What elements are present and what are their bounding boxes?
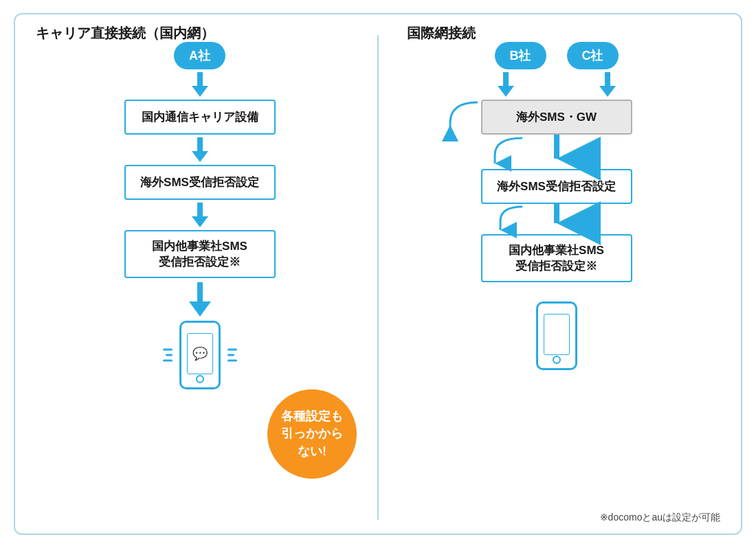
arrow-shaft-4 [197,282,203,301]
gw-box-container: 海外SMS・GW [481,100,632,135]
box-domestic-other-sms-left: 国内他事業社SMS 受信拒否設定※ [124,230,276,278]
panel-divider [377,35,379,520]
box-overseas-sms-reject-right: 海外SMS受信拒否設定 [481,169,632,204]
phone-left: 💬 [179,321,221,389]
orange-circle: 各種設定も 引っかから ない! [267,389,357,479]
arrow-head-3 [192,216,208,227]
arrow-head-1 [192,86,208,97]
right-panel: B社 C社 [386,35,727,520]
company-badges-row: B社 C社 [495,42,619,69]
curved-down-left-arrow2 [481,204,632,234]
b-arrow-head [498,86,514,97]
dual-arrows [481,72,632,97]
arrow-head-4 [189,301,211,317]
phone-button-left [196,375,204,383]
left-panel: A社 国内通信キャリア設備 海外SMS受信拒否設定 国内他事業社SMS 受信拒否… [29,35,370,520]
c-arrow-head [599,86,616,97]
phone-button-right [553,356,561,364]
curved-down-left-arrow [481,135,632,169]
c-arrow-shaft [605,72,610,86]
footnote: ※docomoとauは設定が可能 [600,512,720,524]
phone-right [536,301,577,370]
message-icon: 💬 [192,346,208,361]
signal-left [163,345,173,365]
company-c-badge: C社 [567,42,619,69]
box-domestic-carrier: 国内通信キャリア設備 [124,100,276,135]
company-b-badge: B社 [495,42,546,69]
connecting-arrow-svg [481,135,632,169]
curved-arrow-container [443,95,481,139]
signal-right [227,345,237,365]
phone-screen-right [544,314,570,355]
arrow-shaft-2 [197,137,203,151]
phone-left-container: 💬 [179,321,221,389]
b-arrow-shaft [503,72,509,86]
phone-screen-left: 💬 [187,333,213,374]
main-container: キャリア直接接続（国内網） 国際網接続 A社 国内通信キャリア設備 海外SMS受… [14,13,742,535]
box-gw: 海外SMS・GW [481,100,632,135]
curved-arrow-svg [443,95,481,137]
arrow-head-2 [192,151,208,162]
box-domestic-other-sms-right: 国内他事業社SMS 受信拒否設定※ [481,234,632,282]
box-overseas-sms-reject-left: 海外SMS受信拒否設定 [124,165,276,200]
arrow-shaft-1 [197,72,203,86]
company-a-badge: A社 [174,42,225,69]
arrow-shaft-3 [197,203,203,216]
connecting-arrow2-svg [481,204,632,234]
